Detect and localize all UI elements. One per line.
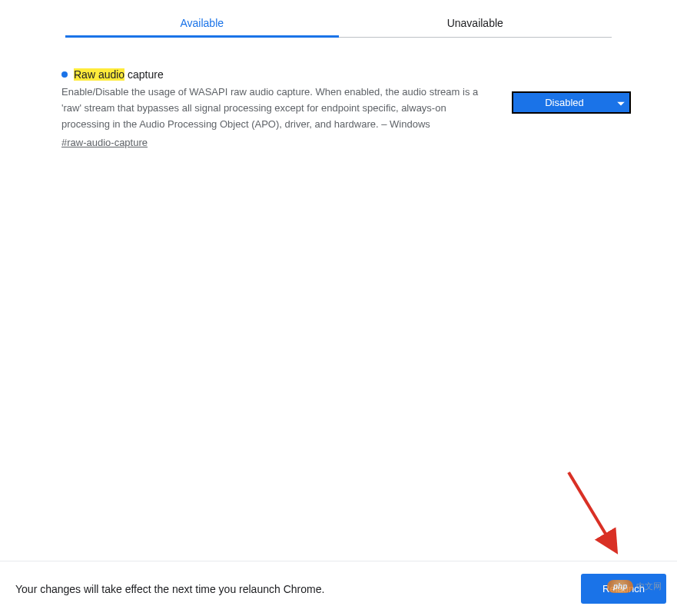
tab-unavailable[interactable]: Unavailable <box>339 9 612 38</box>
flag-title-highlighted: Raw audio <box>74 68 124 81</box>
footer-message: Your changes will take effect the next t… <box>15 583 324 595</box>
flag-anchor-link[interactable]: #raw-audio-capture <box>61 137 148 148</box>
watermark-text: 中文网 <box>636 581 662 592</box>
flag-title-rest: capture <box>124 68 164 81</box>
flag-description: Enable/Disable the usage of WASAPI raw a… <box>61 84 496 132</box>
bullet-icon <box>61 71 68 78</box>
footer-bar: Your changes will take effect the next t… <box>0 561 677 616</box>
annotation-arrow-icon <box>561 469 638 561</box>
flag-select-container: Disabled <box>512 68 631 114</box>
tab-bar: Available Unavailable <box>65 0 612 38</box>
tab-available[interactable]: Available <box>65 9 339 38</box>
flag-text-block: Raw audio capture Enable/Disable the usa… <box>61 68 496 148</box>
flag-state-select[interactable]: Disabled <box>512 91 631 114</box>
svg-line-1 <box>569 472 615 549</box>
watermark: php 中文网 <box>607 580 662 593</box>
content-area: Raw audio capture Enable/Disable the usa… <box>0 38 677 148</box>
flag-title: Raw audio capture <box>61 68 496 81</box>
php-badge: php <box>607 580 633 593</box>
flag-item: Raw audio capture Enable/Disable the usa… <box>61 68 631 148</box>
